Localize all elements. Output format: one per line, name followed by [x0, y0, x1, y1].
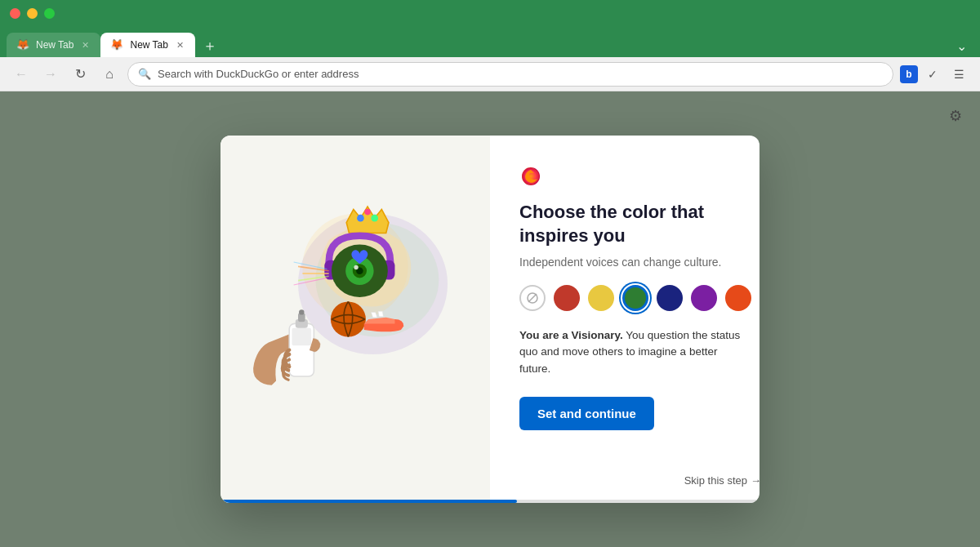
tab-favicon-inactive: 🦊	[16, 38, 29, 51]
color-swatch-red[interactable]	[554, 285, 580, 311]
progress-bar-container	[220, 500, 760, 503]
check-icon: ✓	[928, 68, 938, 81]
new-tab-button[interactable]: ＋	[198, 34, 221, 57]
svg-line-27	[528, 294, 537, 302]
forward-icon: →	[44, 67, 57, 82]
skip-step-link[interactable]: Skip this step →	[684, 474, 760, 487]
menu-button[interactable]: ☰	[947, 63, 970, 86]
svg-point-5	[364, 209, 371, 216]
tab-newtab-inactive[interactable]: 🦊 New Tab ✕	[7, 33, 100, 57]
color-swatch-orange[interactable]	[725, 285, 751, 311]
address-text: Search with DuckDuckGo or enter address	[158, 68, 359, 80]
no-color-icon	[526, 291, 539, 305]
svg-point-4	[357, 215, 364, 222]
main-content: ⚙	[0, 91, 980, 547]
extension-check-button[interactable]: ✓	[921, 63, 944, 86]
set-continue-button[interactable]: Set and continue	[519, 397, 654, 430]
minimize-button[interactable]	[27, 8, 38, 19]
tab-list-button[interactable]: ⌄	[950, 35, 973, 57]
tab-favicon-active: 🦊	[110, 38, 123, 51]
svg-rect-21	[292, 328, 311, 346]
tab-title-active: New Tab	[130, 39, 167, 51]
tabs-bar: 🦊 New Tab ✕ 🦊 New Tab ✕ ＋ ⌄	[0, 26, 980, 57]
refresh-icon: ↻	[75, 66, 86, 82]
arrow-right-icon: →	[751, 474, 760, 487]
close-button[interactable]	[10, 8, 20, 19]
browser-window: 🦊 New Tab ✕ 🦊 New Tab ✕ ＋ ⌄ ← → ↻	[0, 0, 980, 547]
dialog-subtitle: Independent voices can change culture.	[519, 256, 751, 269]
progress-bar-fill	[220, 500, 517, 503]
svg-point-24	[299, 309, 304, 314]
address-bar[interactable]: 🔍 Search with DuckDuckGo or enter addres…	[127, 62, 893, 87]
dialog-content-panel: Choose the color that inspires you Indep…	[490, 136, 760, 503]
svg-point-13	[354, 265, 358, 269]
settings-gear-button[interactable]: ⚙	[942, 103, 969, 129]
menu-icon: ☰	[954, 68, 964, 81]
title-bar	[0, 0, 980, 26]
toolbar: ← → ↻ ⌂ 🔍 Search with DuckDuckGo or ente…	[0, 57, 980, 91]
search-icon: 🔍	[138, 68, 151, 80]
color-swatch-green[interactable]	[622, 285, 648, 311]
home-button[interactable]: ⌂	[98, 63, 121, 86]
personality-bold: You are a Visionary.	[519, 329, 623, 341]
tab-title-inactive: New Tab	[36, 39, 74, 51]
window-controls	[10, 8, 55, 19]
refresh-button[interactable]: ↻	[69, 63, 91, 86]
gear-icon: ⚙	[949, 107, 962, 125]
tab-close-active[interactable]: ✕	[175, 39, 185, 51]
skip-step-label: Skip this step	[684, 474, 747, 487]
dialog-illustration-panel	[220, 136, 490, 503]
dialog-card: Choose the color that inspires you Indep…	[220, 136, 760, 503]
bitwarden-button[interactable]: b	[900, 65, 918, 83]
color-swatch-yellow[interactable]	[588, 285, 614, 311]
svg-point-6	[371, 215, 378, 222]
svg-point-14	[331, 301, 366, 336]
color-picker	[519, 285, 751, 311]
tab-newtab-active[interactable]: 🦊 New Tab ✕	[100, 33, 194, 57]
maximize-button[interactable]	[44, 8, 55, 19]
color-swatch-none[interactable]	[519, 285, 546, 311]
home-icon: ⌂	[105, 67, 114, 82]
color-swatch-navy[interactable]	[657, 285, 683, 311]
spray-can-illustration	[241, 164, 470, 474]
personality-description: You are a Visionary. You question the st…	[519, 327, 751, 377]
back-button[interactable]: ←	[10, 63, 33, 86]
firefox-logo	[519, 165, 542, 188]
back-icon: ←	[15, 67, 28, 82]
toolbar-right: b ✓ ☰	[900, 63, 970, 86]
forward-button[interactable]: →	[39, 63, 62, 86]
dialog-title: Choose the color that inspires you	[519, 201, 751, 247]
tab-close-inactive[interactable]: ✕	[80, 39, 91, 51]
color-swatch-purple[interactable]	[691, 285, 717, 311]
